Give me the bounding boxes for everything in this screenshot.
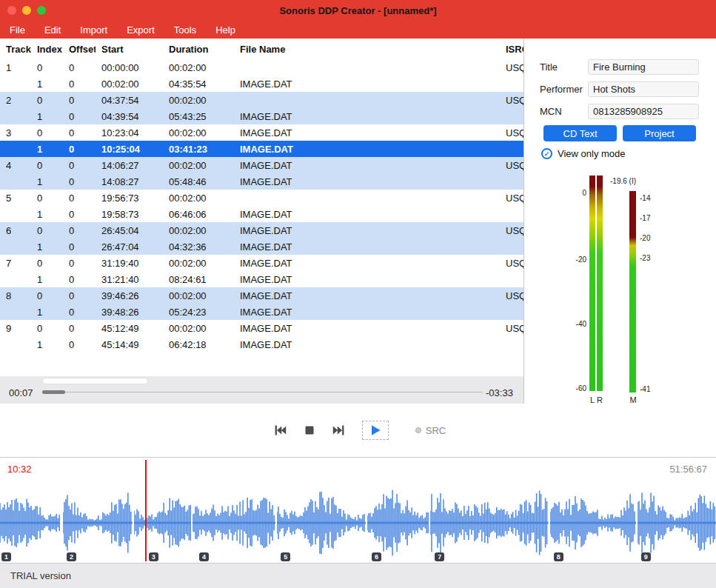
waveform-segment[interactable]: 5: [277, 486, 366, 560]
stop-icon: [301, 422, 318, 438]
waveform-area[interactable]: 123456789: [0, 486, 716, 560]
track-marker-3[interactable]: 3: [149, 552, 158, 561]
track-marker-4[interactable]: 4: [199, 552, 209, 561]
table-row[interactable]: 60026:45:0400:02:00IMAGE.DATUSQ: [0, 222, 523, 238]
column-header-isrc[interactable]: ISRC: [500, 44, 523, 55]
waveform-svg: [0, 486, 60, 560]
cell-start: 26:45:04: [96, 225, 163, 236]
cell-file: IMAGE.DAT: [234, 290, 500, 301]
table-row[interactable]: 80039:46:2600:02:00IMAGE.DATUSQ: [0, 287, 523, 304]
menu-help[interactable]: Help: [206, 21, 245, 39]
table-row[interactable]: 1039:48:2605:24:23IMAGE.DAT: [0, 304, 523, 320]
table-row[interactable]: 1019:58:7306:46:06IMAGE.DAT: [0, 206, 523, 222]
cell-duration: 04:32:36: [163, 241, 234, 253]
waveform-segment[interactable]: 4: [193, 486, 275, 560]
cell-duration: 08:24:61: [163, 274, 234, 285]
waveform-segment[interactable]: 1: [0, 486, 60, 560]
table-row[interactable]: 20004:37:5400:02:00USQ: [0, 92, 523, 108]
cell-duration: 03:41:23: [163, 144, 234, 155]
close-button[interactable]: [7, 6, 16, 15]
cell-isrc: USQ: [500, 127, 523, 138]
cell-start: 04:39:54: [96, 111, 163, 122]
cell-track: 2: [0, 95, 31, 106]
cell-duration: 00:02:00: [163, 290, 234, 301]
table-row[interactable]: 10000:00:0000:02:00USQ: [0, 59, 523, 76]
table-row[interactable]: 90045:12:4900:02:00IMAGE.DATUSQ: [0, 320, 523, 336]
table-row[interactable]: 50019:56:7300:02:00USQ: [0, 190, 523, 206]
waveform-segment[interactable]: 3: [134, 486, 191, 560]
table-row[interactable]: 1010:25:0403:41:23IMAGE.DAT: [0, 141, 523, 157]
cell-file: IMAGE.DAT: [234, 225, 500, 236]
zoom-button[interactable]: [37, 6, 46, 15]
lr-scale-label: -40: [557, 320, 586, 328]
track-marker-6[interactable]: 6: [372, 552, 381, 561]
table-row[interactable]: 1004:39:5405:43:25IMAGE.DAT: [0, 108, 523, 124]
table-row[interactable]: 1026:47:0404:32:36IMAGE.DAT: [0, 238, 523, 255]
cell-file: IMAGE.DAT: [234, 127, 500, 138]
menu-edit[interactable]: Edit: [35, 21, 70, 39]
column-header-file[interactable]: File Name: [234, 44, 500, 55]
cell-isrc: USQ: [500, 225, 523, 236]
track-marker-8[interactable]: 8: [554, 552, 563, 561]
cell-offset: 0: [63, 209, 96, 220]
track-marker-1[interactable]: 1: [1, 552, 11, 561]
m-scale-label: -23: [640, 254, 650, 262]
column-header-track[interactable]: Track: [0, 44, 31, 55]
seek-slider-thumb[interactable]: [42, 390, 65, 394]
cell-duration: 06:42:18: [163, 339, 234, 350]
track-marker-2[interactable]: 2: [67, 552, 76, 561]
column-header-start[interactable]: Start: [96, 44, 163, 55]
cell-file: IMAGE.DAT: [234, 144, 500, 155]
cell-start: 31:19:40: [96, 258, 163, 269]
traffic-lights: [7, 6, 46, 15]
total-time: 51:56:67: [669, 464, 707, 475]
menu-import[interactable]: Import: [70, 21, 117, 39]
waveform-segment[interactable]: 8: [550, 486, 636, 560]
column-header-duration[interactable]: Duration: [163, 44, 234, 55]
menu-file[interactable]: File: [0, 21, 35, 39]
menu-tools[interactable]: Tools: [164, 21, 206, 39]
column-header-index[interactable]: Index: [31, 44, 63, 55]
waveform-segment[interactable]: 2: [63, 486, 133, 560]
waveform-segment[interactable]: 9: [638, 486, 716, 560]
cell-isrc: USQ: [500, 95, 523, 106]
cell-start: 31:21:40: [96, 274, 163, 285]
table-row[interactable]: 1014:08:2705:48:46IMAGE.DAT: [0, 173, 523, 190]
src-toggle[interactable]: SRC: [415, 425, 446, 436]
cell-start: 19:56:73: [96, 193, 163, 204]
seek-slider-track[interactable]: [42, 392, 483, 392]
table-row[interactable]: 30010:23:0400:02:00IMAGE.DATUSQ: [0, 124, 523, 141]
cell-offset: 0: [63, 176, 96, 187]
table-row[interactable]: 70031:19:4000:02:00IMAGE.DATUSQ: [0, 255, 523, 271]
waveform-svg: [277, 486, 366, 560]
table-row[interactable]: 1000:02:0004:35:54IMAGE.DAT: [0, 76, 523, 92]
cell-start: 14:06:27: [96, 160, 163, 171]
cell-isrc: USQ: [500, 62, 523, 73]
column-header-offset[interactable]: Offset: [63, 44, 96, 55]
play-button[interactable]: [362, 421, 389, 440]
minimize-button[interactable]: [22, 6, 31, 15]
cell-index: 1: [31, 176, 63, 187]
track-marker-7[interactable]: 7: [435, 552, 444, 561]
m-scale-label: -17: [640, 214, 650, 222]
src-radio-icon: [415, 427, 421, 433]
cell-index: 0: [31, 290, 63, 301]
waveform-panel: 10:32 51:56:67 123456789: [0, 457, 716, 563]
waveform-segment[interactable]: 6: [367, 486, 429, 560]
stop-button[interactable]: [300, 421, 319, 439]
horizontal-scrollbar-thumb[interactable]: [42, 378, 148, 384]
table-row[interactable]: 40014:06:2700:02:00IMAGE.DATUSQ: [0, 157, 523, 173]
next-track-button[interactable]: [329, 421, 349, 439]
cell-index: 1: [31, 144, 63, 155]
track-marker-5[interactable]: 5: [281, 552, 290, 561]
track-marker-9[interactable]: 9: [641, 552, 651, 561]
meter-bar-left: [589, 176, 595, 391]
cell-offset: 0: [63, 225, 96, 236]
menu-export[interactable]: Export: [117, 21, 164, 39]
table-row[interactable]: 1031:21:4008:24:61IMAGE.DAT: [0, 271, 523, 287]
previous-track-button[interactable]: [270, 421, 290, 439]
cell-offset: 0: [63, 78, 96, 90]
cell-offset: 0: [63, 307, 96, 318]
table-row[interactable]: 1045:14:4906:42:18IMAGE.DAT: [0, 336, 523, 353]
waveform-segment[interactable]: 7: [430, 486, 549, 560]
